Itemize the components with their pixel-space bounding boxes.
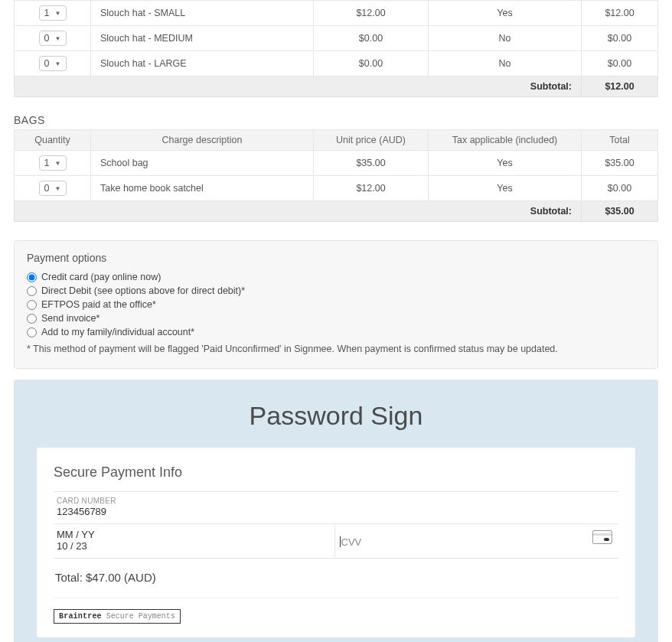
tax-applicable: Yes [429,176,582,201]
braintree-badge: Braintree Secure Payments [54,609,181,624]
secure-payment-title: Secure Payment Info [54,464,618,481]
col-total: Total [582,130,658,151]
tax-applicable: No [429,51,582,77]
braintree-brand: Braintree [59,612,102,621]
charge-description: Slouch hat - MEDIUM [91,26,314,51]
bags-qty-select-1[interactable]: 0▼ [39,181,67,196]
unit-price: $12.00 [314,1,429,26]
payment-total: Total: $47.00 (AUD) [54,559,618,598]
braintree-tag: Secure Payments [106,612,175,621]
table-row: 1▼School bag$35.00Yes$35.00 [15,151,658,176]
col-qty: Quantity [15,130,91,151]
hats-qty-select-2[interactable]: 0▼ [39,56,67,71]
bags-section-title: BAGS [14,114,658,126]
payment-option-label: EFTPOS paid at the office* [41,299,156,310]
tax-applicable: Yes [429,151,582,176]
charge-description: Take home book satchel [91,176,314,201]
payment-options-title: Payment options [27,252,645,264]
expiry-field[interactable]: MM / YY 10 / 23 [54,524,335,558]
bags-qty-select-0[interactable]: 1▼ [39,155,67,171]
payment-option-2[interactable]: EFTPOS paid at the office* [27,299,645,310]
payment-option-4[interactable]: Add to my family/individual account* [27,327,645,337]
payment-option-1[interactable]: Direct Debit (see options above for dire… [27,285,645,296]
payment-note: * This method of payment will be flagged… [27,344,645,354]
subtotal-value: $12.00 [582,77,658,97]
bags-header-row: Quantity Charge description Unit price (… [15,130,658,151]
chevron-down-icon: ▼ [55,35,61,42]
card-back-icon [592,530,612,544]
payment-radio[interactable] [27,300,37,310]
payment-options-box: Payment options Credit card (pay online … [14,240,658,369]
qty-value: 0 [44,183,50,194]
card-number-value: 123456789 [57,505,615,517]
password-sign-heading: Password Sign [37,401,635,431]
payment-option-label: Direct Debit (see options above for dire… [41,285,245,296]
payment-radio[interactable] [27,286,37,296]
table-row: 0▼Slouch hat - MEDIUM$0.00No$0.00 [15,26,658,51]
table-row: 0▼Take home book satchel$12.00Yes$0.00 [15,176,658,201]
chevron-down-icon: ▼ [55,160,61,167]
payment-radio[interactable] [27,314,37,324]
hats-qty-select-0[interactable]: 1▼ [39,5,67,21]
chevron-down-icon: ▼ [55,185,61,192]
table-row: 0▼Slouch hat - LARGE$0.00No$0.00 [15,51,658,77]
line-total: $35.00 [582,151,658,176]
expiry-value: 10 / 23 [57,540,331,552]
subtotal-label: Subtotal: [15,201,582,222]
tax-applicable: Yes [429,1,582,26]
line-total: $12.00 [582,1,658,26]
password-sign-panel: Password Sign Secure Payment Info Card N… [14,380,658,642]
line-total: $0.00 [582,176,658,201]
charge-description: Slouch hat - SMALL [91,1,314,26]
payment-option-label: Add to my family/individual account* [41,327,194,337]
payment-option-label: Credit card (pay online now) [41,272,161,282]
unit-price: $0.00 [314,26,429,51]
payment-option-label: Send invoice* [41,313,99,324]
subtotal-label: Subtotal: [15,77,582,97]
table-row: 1▼Slouch hat - SMALL$12.00Yes$12.00 [15,1,658,26]
col-tax: Tax applicable (included) [429,130,582,151]
cvv-field[interactable]: CVV [335,524,619,558]
payment-option-0[interactable]: Credit card (pay online now) [27,272,645,282]
tax-applicable: No [429,26,582,51]
hats-subtotal-row: Subtotal: $12.00 [15,77,658,97]
col-desc: Charge description [91,130,314,151]
hats-table: 1▼Slouch hat - SMALL$12.00Yes$12.000▼Slo… [14,0,658,97]
expiry-label: MM / YY [57,529,331,540]
bags-subtotal-row: Subtotal: $35.00 [15,201,658,222]
unit-price: $12.00 [314,176,429,201]
card-number-label: Card Number [57,497,615,505]
payment-radio[interactable] [27,328,37,337]
col-unit: Unit price (AUD) [314,130,429,151]
qty-value: 0 [44,33,50,44]
subtotal-value: $35.00 [582,201,658,222]
cvv-placeholder: CVV [341,529,616,548]
unit-price: $0.00 [314,51,429,77]
qty-value: 0 [44,58,50,69]
charge-description: Slouch hat - LARGE [91,51,314,77]
bags-table: Quantity Charge description Unit price (… [14,129,658,222]
charge-description: School bag [91,151,314,176]
line-total: $0.00 [582,26,658,51]
unit-price: $35.00 [314,151,429,176]
hats-qty-select-1[interactable]: 0▼ [39,31,67,46]
payment-option-3[interactable]: Send invoice* [27,313,645,324]
line-total: $0.00 [582,51,658,77]
qty-value: 1 [44,8,50,18]
chevron-down-icon: ▼ [55,10,61,17]
chevron-down-icon: ▼ [55,60,61,67]
secure-payment-card: Secure Payment Info Card Number 12345678… [37,448,635,637]
card-number-field[interactable]: Card Number 123456789 [54,491,618,523]
payment-radio[interactable] [27,272,37,282]
qty-value: 1 [44,158,50,168]
